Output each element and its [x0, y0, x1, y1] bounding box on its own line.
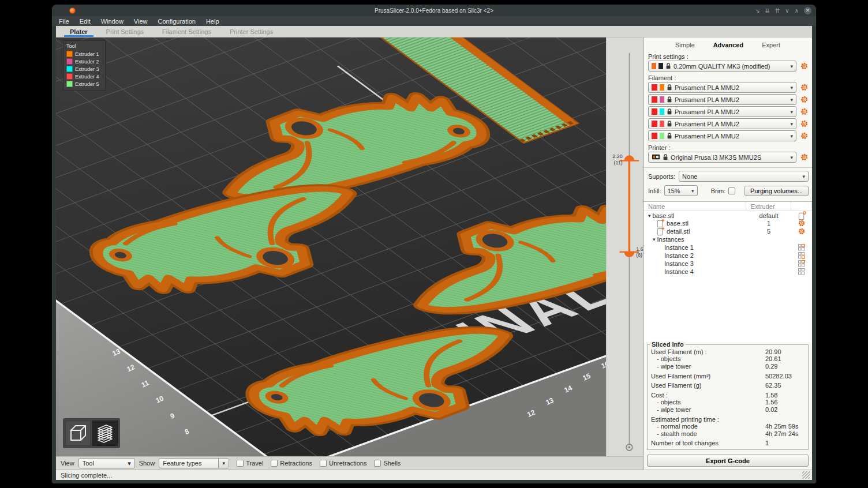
volume-row-detail-stl[interactable]: detail.stl 5	[643, 227, 812, 235]
filament-color-chip	[652, 96, 657, 103]
layers-preview-button[interactable]	[92, 421, 118, 446]
filament-5-gear-icon[interactable]	[799, 132, 809, 141]
mode-expert[interactable]: Expert	[762, 42, 780, 48]
volume-row-base-stl[interactable]: base.stl 1	[643, 219, 812, 227]
sliced-info-row: Estimated printing time :	[651, 416, 805, 423]
prusaslicer-logo-icon	[69, 7, 76, 14]
show-select[interactable]: Feature types ▼	[159, 458, 229, 468]
object-row-base-stl[interactable]: ▾base.stl default	[643, 211, 812, 219]
menu-view[interactable]: View	[134, 18, 148, 25]
extruder-column-header[interactable]: Extruder	[746, 202, 791, 211]
volume-settings-gear-icon[interactable]	[798, 227, 806, 235]
filament-4-select[interactable]: Prusament PLA MMU2 ▾	[648, 118, 796, 129]
collapse-caret-icon[interactable]: ▾	[653, 237, 656, 242]
checkbox-box[interactable]	[374, 460, 381, 467]
instances-group-row[interactable]: ▾Instances	[643, 235, 812, 243]
menu-window[interactable]: Window	[101, 18, 124, 25]
raise-icon[interactable]: ⇈	[775, 7, 780, 14]
filament-label: Filament :	[648, 74, 807, 81]
layers-icon	[95, 423, 115, 443]
printable-toggle-icon[interactable]	[798, 244, 805, 251]
printer-select[interactable]: Original Prusa i3 MK3S MMU2S ▾	[648, 152, 796, 163]
purging-volumes-button[interactable]: Purging volumes...	[744, 186, 809, 196]
chevron-down-icon: ▾	[128, 460, 131, 467]
retractions-checkbox[interactable]: Retractions	[271, 460, 312, 467]
filament-5-select[interactable]: Prusament PLA MMU2 ▾	[648, 130, 796, 141]
instance-row-3[interactable]: Instance 3	[643, 260, 812, 268]
instance-row-1[interactable]: Instance 1	[643, 243, 812, 251]
3d-viewport[interactable]: ORIGINAL PRUSA	[56, 37, 606, 456]
rollup-icon[interactable]: ↘	[755, 7, 760, 14]
resize-grip[interactable]	[802, 471, 810, 479]
collapse-caret-icon[interactable]: ▾	[648, 213, 651, 219]
brim-label: Brim:	[711, 187, 726, 194]
export-gcode-button[interactable]: Export G-code	[647, 455, 809, 467]
name-column-header[interactable]: Name	[643, 202, 746, 211]
infill-select[interactable]: 15% ▾	[664, 185, 698, 196]
maximize-icon[interactable]: ∧	[795, 7, 799, 14]
minimize-icon[interactable]: ∨	[785, 7, 789, 14]
checkbox-box[interactable]	[271, 460, 278, 467]
object-list-header: Name Extruder	[643, 202, 812, 211]
mode-tabs: Simple Advanced Expert	[643, 37, 812, 51]
sliced-info-row: Used Filament (mm³)50282.03	[651, 373, 805, 380]
checkbox-box[interactable]	[320, 460, 327, 467]
instance-row-4[interactable]: Instance 4	[643, 268, 812, 276]
checkbox-box[interactable]	[237, 460, 244, 467]
tool-color-chip	[660, 108, 664, 115]
slider-bottom-layer: (8)	[636, 252, 642, 258]
menu-configuration[interactable]: Configuration	[158, 18, 195, 25]
layer-slider-top-handle[interactable]	[620, 155, 639, 160]
instance-row-2[interactable]: Instance 2	[643, 251, 812, 260]
view-select[interactable]: Tool ▾	[78, 458, 135, 468]
tab-printer-settings[interactable]: Printer Settings	[222, 27, 281, 37]
menu-file[interactable]: File	[59, 18, 69, 25]
tab-filament-settings[interactable]: Filament Settings	[154, 27, 219, 37]
mode-simple[interactable]: Simple	[675, 42, 695, 48]
show-label: Show	[139, 460, 155, 467]
sliced-info-panel: Sliced Info Used Filament (m) :20.90 - o…	[647, 344, 809, 450]
extruder-2-color-chip	[66, 58, 73, 65]
chevron-down-icon: ▾	[802, 174, 805, 179]
tool-color-chip	[660, 84, 664, 91]
filament-3-gear-icon[interactable]	[799, 107, 809, 117]
extruder-3-color-chip	[66, 66, 73, 72]
chevron-down-icon: ▾	[790, 109, 793, 115]
menu-edit[interactable]: Edit	[80, 18, 91, 25]
lower-icon[interactable]: ⇊	[765, 7, 770, 14]
print-settings-select[interactable]: 0.20mm QUALITY MK3 (modified) ▾	[648, 61, 796, 72]
brim-checkbox[interactable]	[728, 187, 735, 194]
printer-gear-icon[interactable]	[799, 153, 809, 162]
sliced-info-row: - objects1.56	[651, 399, 805, 406]
infill-label: Infill:	[648, 187, 661, 194]
tab-print-settings[interactable]: Print Settings	[98, 27, 152, 37]
statusbar: Slicing complete...	[56, 470, 812, 480]
unretractions-checkbox[interactable]: Unretractions	[320, 460, 366, 467]
filament-1-select[interactable]: Prusament PLA MMU2 ▾	[648, 82, 796, 93]
app-window: PrusaSlicer-2.0.0+Fedora based on Slic3r…	[52, 5, 816, 483]
menu-help[interactable]: Help	[206, 18, 219, 25]
one-layer-mode-icon[interactable]	[626, 444, 633, 451]
layer-slider-strip: 2.20 (11) 1.60 (8)	[606, 37, 643, 456]
close-icon[interactable]: ✕	[804, 7, 811, 14]
filament-color-chip	[652, 133, 657, 139]
mode-advanced[interactable]: Advanced	[713, 42, 744, 48]
chevron-down-icon: ▾	[790, 85, 793, 91]
print-settings-gear-icon[interactable]	[799, 62, 809, 71]
tab-plater[interactable]: Plater	[62, 27, 96, 37]
printable-toggle-icon[interactable]	[798, 260, 805, 267]
printable-toggle-icon[interactable]	[798, 268, 805, 275]
3d-view-button[interactable]	[65, 421, 91, 446]
printable-toggle-icon[interactable]	[798, 252, 805, 259]
supports-select[interactable]: None ▾	[679, 171, 809, 182]
volume-settings-gear-icon[interactable]	[798, 219, 806, 227]
filament-4-gear-icon[interactable]	[799, 119, 809, 129]
filament-2-gear-icon[interactable]	[799, 95, 809, 104]
tool-legend-title: Tool	[66, 43, 102, 49]
filament-3-select[interactable]: Prusament PLA MMU2 ▾	[648, 106, 796, 117]
filament-1-gear-icon[interactable]	[799, 83, 809, 92]
menubar: File Edit Window View Configuration Help	[52, 16, 816, 26]
filament-2-select[interactable]: Prusament PLA MMU2 ▾	[648, 94, 796, 105]
travel-checkbox[interactable]: Travel	[237, 460, 263, 467]
shells-checkbox[interactable]: Shells	[374, 460, 401, 467]
